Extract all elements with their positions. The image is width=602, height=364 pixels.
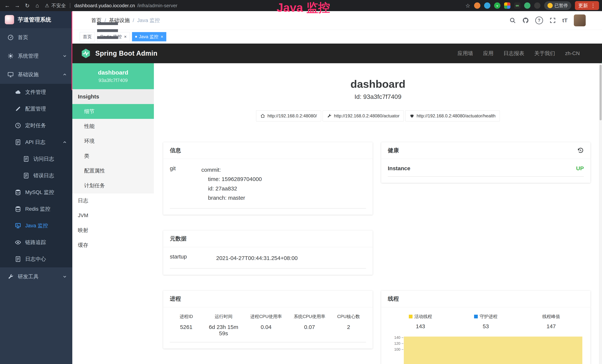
back-icon[interactable]: ← [3, 2, 11, 9]
clock-icon [15, 122, 21, 129]
search-icon[interactable] [509, 17, 516, 24]
browser-home-icon[interactable]: ⌂ [33, 2, 42, 9]
sidebar-item-infrastructure[interactable]: 基础设施 [0, 65, 72, 84]
sidebar-item-api-logs[interactable]: API 日志 [0, 134, 72, 150]
sidebar-item-label: 错误日志 [33, 172, 54, 179]
sidebar-item-access-logs[interactable]: 访问日志 [0, 150, 72, 167]
sidebar-item-file-management[interactable]: 文件管理 [0, 84, 72, 100]
sidebar-item-redis-monitor[interactable]: Redis 监控 [0, 201, 72, 217]
git-commit-id: id: 27aa832 [201, 184, 366, 193]
legend-item: 守护进程 53 [453, 314, 519, 330]
extension-icon[interactable]: v [494, 2, 500, 9]
forward-icon[interactable]: → [13, 2, 22, 9]
sba-brand-title[interactable]: Spring Boot Admin [95, 50, 157, 57]
y-tick-label: 100 [394, 347, 400, 352]
sba-item-environment[interactable]: 环境 [72, 134, 154, 149]
tag-java-monitor[interactable]: Java 监控 × [132, 32, 166, 41]
breadcrumb-item[interactable]: 基础设施 [109, 17, 130, 24]
app-title: 芋道管理系统 [18, 16, 51, 23]
health-instance-label: Instance [388, 165, 410, 171]
extension-icon[interactable] [534, 2, 540, 9]
sba-item-config-props[interactable]: 配置属性 [72, 163, 154, 178]
address-bar[interactable]: ⚠ 不安全 dashboard.yudao.iocoder.cn/infra/a… [45, 2, 177, 9]
sidebar-item-dev-tools[interactable]: 研发工具 [0, 268, 72, 286]
breadcrumb-separator: / [133, 17, 134, 23]
instance-header[interactable]: dashboard 93a3fc7f7409 [72, 63, 154, 89]
sidebar-item-home[interactable]: 首页 [0, 28, 72, 47]
sba-nav-wallboard[interactable]: 应用墙 [458, 50, 473, 57]
extension-icon[interactable] [504, 2, 510, 9]
font-size-icon[interactable]: tT [562, 17, 568, 23]
app-logo-row[interactable]: 芋道管理系统 [0, 11, 72, 28]
sba-nav-applications[interactable]: 应用 [483, 50, 494, 57]
threads-card-body: 活动线程 143 守护进程 [381, 307, 591, 364]
health-url-button[interactable]: http://192.168.0.2:48080/actuator/health [405, 110, 500, 121]
help-icon[interactable]: ? [535, 17, 543, 24]
avatar-caret-icon[interactable] [592, 18, 596, 23]
breadcrumb-item[interactable]: 首页 [91, 17, 102, 24]
database-icon [15, 206, 21, 212]
fullscreen-icon[interactable] [549, 17, 556, 24]
update-browser-button[interactable]: 更新 ⋮ [575, 1, 599, 10]
info-row-value: commit: time: 1596289704000 id: 27aa832 … [201, 165, 366, 203]
user-avatar[interactable] [574, 14, 586, 26]
sidebar-item-config-management[interactable]: 配置管理 [0, 100, 72, 117]
app-logo [5, 15, 14, 24]
database-icon [15, 189, 21, 195]
sba-item-mappings[interactable]: 映射 [72, 223, 154, 238]
reload-icon[interactable]: ↻ [23, 2, 32, 9]
github-icon[interactable] [522, 17, 529, 24]
health-url: http://192.168.0.2:48080/actuator/health [417, 113, 495, 118]
health-card: 健康 Instance UP [381, 142, 591, 183]
hamburger-icon[interactable] [80, 17, 87, 24]
extension-icon[interactable] [484, 2, 490, 9]
service-url-button[interactable]: http://192.168.0.2:48080/ [256, 110, 321, 121]
column-header: 进程CPU使用率 [246, 314, 286, 320]
sba-item-caches[interactable]: 缓存 [72, 238, 154, 253]
sba-item-label: 缓存 [78, 242, 88, 249]
sidebar-item-java-monitor[interactable]: Java 监控 [0, 217, 72, 234]
metadata-row-value: 2021-04-27T00:44:31.254+08:00 [216, 254, 366, 263]
sidebar-item-mysql-monitor[interactable]: MySQL 监控 [0, 184, 72, 201]
info-card-header: 信息 [163, 142, 373, 159]
extension-icon[interactable]: on [514, 2, 520, 9]
bookmark-star-icon[interactable]: ☆ [465, 2, 470, 9]
sba-nav-journal[interactable]: 日志报表 [504, 50, 524, 57]
paused-extension-button[interactable]: 已暂停 [544, 1, 571, 10]
sidebar-item-label: Java 监控 [25, 222, 48, 229]
sba-item-logs[interactable]: 日志 [72, 193, 154, 208]
sidebar-item-log-center[interactable]: 日志中心 [0, 251, 72, 268]
sba-item-performance[interactable]: 性能 [72, 119, 154, 134]
sba-item-label: 日志 [78, 197, 88, 204]
sba-item-jvm[interactable]: JVM [72, 208, 154, 223]
process-column: 运行时间 6d 23h 15m 59s [203, 314, 244, 337]
actuator-url-button[interactable]: http://192.168.0.2:48080/actuator [322, 110, 404, 121]
instance-id: 93a3fc7f7409 [98, 77, 128, 83]
metadata-row-label: startup [170, 254, 216, 263]
sidebar-item-error-logs[interactable]: 错误日志 [0, 167, 72, 184]
sidebar-item-tracing[interactable]: 链路追踪 [0, 234, 72, 251]
status-badge: UP [576, 165, 584, 171]
sba-item-classes[interactable]: 类 [72, 149, 154, 163]
extension-icon[interactable] [524, 2, 530, 9]
sidebar-item-system-management[interactable]: 系统管理 [0, 47, 72, 65]
menu-kebab-icon[interactable]: ⋮ [591, 3, 596, 9]
sba-item-label: 映射 [78, 227, 88, 234]
locale-selector[interactable]: zh-CN [565, 50, 586, 56]
extension-icon[interactable] [474, 2, 480, 9]
screen: ← → ↻ ⌂ ⚠ 不安全 dashboard.yudao.iocoder.cn… [0, 0, 602, 364]
history-icon[interactable] [577, 147, 584, 154]
sba-item-scheduled-tasks[interactable]: 计划任务 [72, 178, 154, 193]
sba-nav-about[interactable]: 关于我们 [534, 50, 555, 57]
sba-item-details[interactable]: 细节 [72, 104, 154, 119]
threads-card-header: 线程 [381, 290, 591, 307]
chevron-up-icon [62, 72, 67, 77]
breadcrumb: 首页 / 基础设施 / Java 监控 [91, 17, 160, 24]
header-actions: ? tT [509, 14, 596, 26]
scrollbar-thumb[interactable] [600, 65, 602, 120]
breadcrumb-separator: / [105, 17, 106, 23]
browser-toolbar: ← → ↻ ⌂ ⚠ 不安全 dashboard.yudao.iocoder.cn… [0, 0, 602, 11]
sidebar-item-scheduled-tasks[interactable]: 定时任务 [0, 117, 72, 134]
admin-header: 首页 / 基础设施 / Java 监控 ? tT [72, 11, 602, 30]
close-icon[interactable]: × [161, 34, 163, 39]
